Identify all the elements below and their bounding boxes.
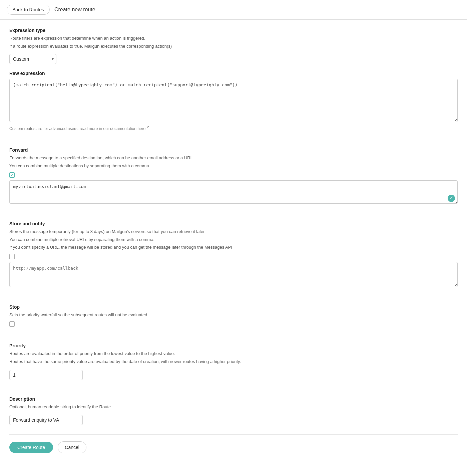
create-route-button[interactable]: Create Route — [9, 442, 53, 453]
expression-type-desc2: If a route expression evaluates to true,… — [9, 43, 458, 50]
back-to-routes-button[interactable]: Back to Routes — [7, 5, 50, 15]
forward-desc1: Forwards the message to a specified dest… — [9, 155, 458, 161]
cancel-button[interactable]: Cancel — [58, 441, 86, 453]
forward-action-icon[interactable] — [448, 195, 455, 202]
footer-actions: Create Route Cancel — [9, 434, 458, 453]
header: Back to Routes Create new route — [0, 0, 467, 20]
expression-type-title: Expression type — [9, 28, 458, 33]
forward-textarea-wrapper: myvirtualassistant@gmail.com — [9, 180, 458, 205]
store-notify-textarea-wrapper — [9, 262, 458, 288]
doc-link: Custom routes are for advanced users, re… — [9, 125, 458, 131]
stop-checkbox-row — [9, 321, 458, 327]
priority-input[interactable]: 1 — [9, 370, 83, 380]
priority-desc1: Routes are evaluated in the order of pri… — [9, 350, 458, 357]
forward-textarea[interactable]: myvirtualassistant@gmail.com — [9, 180, 458, 204]
expression-type-select-wrapper: Custom Match Recipient Match Header Catc… — [9, 54, 56, 64]
forward-checkbox[interactable] — [9, 172, 15, 178]
stop-checkbox[interactable] — [9, 321, 15, 327]
divider-5 — [9, 388, 458, 388]
forward-checkbox-row — [9, 172, 458, 178]
priority-desc2: Routes that have the same priority value… — [9, 358, 458, 365]
priority-section: Priority Routes are evaluated in the ord… — [9, 343, 458, 380]
store-notify-checkbox-row — [9, 254, 458, 259]
pencil-icon — [449, 196, 453, 200]
content: Expression type Route filters are expres… — [0, 20, 467, 461]
expression-type-section: Expression type Route filters are expres… — [9, 28, 458, 64]
description-desc: Optional, human readable string to ident… — [9, 404, 458, 410]
stop-title: Stop — [9, 304, 458, 310]
doc-link-anchor[interactable]: ↗ — [145, 126, 149, 131]
forward-section: Forward Forwards the message to a specif… — [9, 147, 458, 205]
divider-4 — [9, 335, 458, 335]
raw-expression-section: Raw expression (match_recipient("hello@t… — [9, 71, 458, 131]
store-notify-desc3: If you don't specify a URL, the message … — [9, 244, 458, 251]
expression-type-desc1: Route filters are expression that determ… — [9, 35, 458, 42]
store-notify-section: Store and notify Stores the message temp… — [9, 221, 458, 288]
external-link-icon: ↗ — [146, 125, 149, 129]
raw-expression-textarea[interactable]: (match_recipient("hello@typeeighty.com")… — [9, 79, 458, 122]
divider-2 — [9, 213, 458, 213]
store-notify-checkbox[interactable] — [9, 254, 15, 259]
description-input[interactable]: Forward enquiry to VA — [9, 415, 83, 425]
description-section: Description Optional, human readable str… — [9, 396, 458, 425]
store-notify-title: Store and notify — [9, 221, 458, 226]
page-title: Create new route — [54, 7, 95, 13]
forward-title: Forward — [9, 147, 458, 153]
description-title: Description — [9, 396, 458, 402]
page-wrapper: Back to Routes Create new route Expressi… — [0, 0, 467, 476]
stop-desc: Sets the priority waterfall so the subse… — [9, 312, 458, 318]
forward-desc2: You can combine multiple destinations by… — [9, 163, 458, 169]
store-notify-desc2: You can combine multiple retrieval URLs … — [9, 236, 458, 243]
raw-expression-label: Raw expression — [9, 71, 458, 76]
priority-title: Priority — [9, 343, 458, 348]
store-notify-desc1: Stores the message temporarily (for up t… — [9, 228, 458, 235]
stop-section: Stop Sets the priority waterfall so the … — [9, 304, 458, 327]
store-notify-textarea[interactable] — [9, 262, 458, 287]
expression-type-select[interactable]: Custom Match Recipient Match Header Catc… — [9, 54, 56, 64]
divider-3 — [9, 296, 458, 296]
divider-1 — [9, 139, 458, 139]
